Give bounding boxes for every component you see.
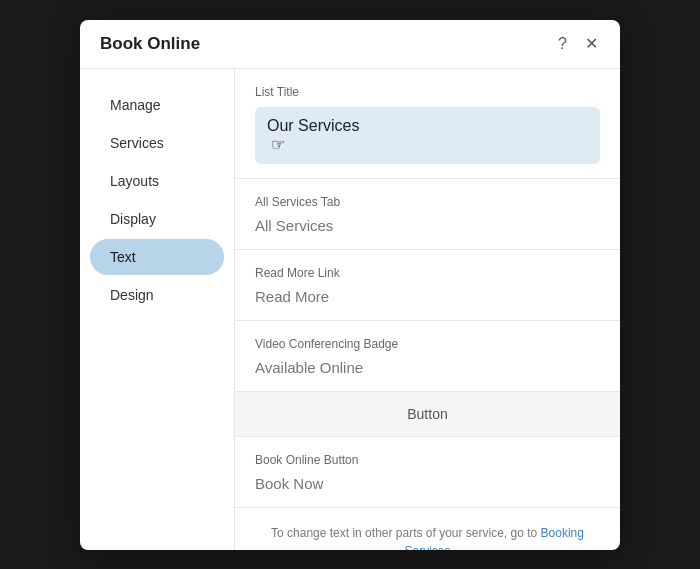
read-more-link-section: Read More Link [235, 250, 620, 321]
sidebar: Manage Services Layouts Display Text Des… [80, 69, 235, 550]
video-conferencing-label: Video Conferencing Badge [255, 337, 600, 351]
header-icons: ? ✕ [556, 34, 600, 54]
list-title-label: List Title [255, 85, 600, 99]
all-services-tab-section: All Services Tab [235, 179, 620, 250]
footer-note-text: To change text in other parts of your se… [271, 526, 540, 540]
sidebar-item-text[interactable]: Text [90, 239, 224, 275]
all-services-tab-input[interactable] [255, 217, 600, 234]
main-content: List Title ☞ All Services Tab Read More … [235, 69, 620, 550]
sidebar-item-design[interactable]: Design [90, 277, 224, 313]
help-button[interactable]: ? [556, 34, 569, 54]
video-conferencing-input[interactable] [255, 359, 600, 376]
modal-title: Book Online [100, 34, 200, 54]
cursor-icon: ☞ [271, 135, 285, 154]
book-online-button-section: Book Online Button [235, 437, 620, 508]
sidebar-item-layouts[interactable]: Layouts [90, 163, 224, 199]
read-more-link-input[interactable] [255, 288, 600, 305]
close-button[interactable]: ✕ [583, 34, 600, 54]
modal-header: Book Online ? ✕ [80, 20, 620, 69]
button-section: Button [235, 392, 620, 437]
button-section-label: Button [255, 406, 600, 422]
read-more-link-label: Read More Link [255, 266, 600, 280]
sidebar-item-manage[interactable]: Manage [90, 87, 224, 123]
sidebar-item-services[interactable]: Services [90, 125, 224, 161]
sidebar-item-display[interactable]: Display [90, 201, 224, 237]
video-conferencing-section: Video Conferencing Badge [235, 321, 620, 392]
modal-container: Book Online ? ✕ Manage Services Layouts … [80, 20, 620, 550]
modal-body: Manage Services Layouts Display Text Des… [80, 69, 620, 550]
list-title-section: List Title ☞ [235, 69, 620, 179]
footer-note: To change text in other parts of your se… [235, 508, 620, 550]
book-online-button-input[interactable] [255, 475, 600, 492]
all-services-tab-label: All Services Tab [255, 195, 600, 209]
list-title-input-wrapper[interactable]: ☞ [255, 107, 600, 164]
list-title-input[interactable] [267, 117, 588, 135]
book-online-button-label: Book Online Button [255, 453, 600, 467]
